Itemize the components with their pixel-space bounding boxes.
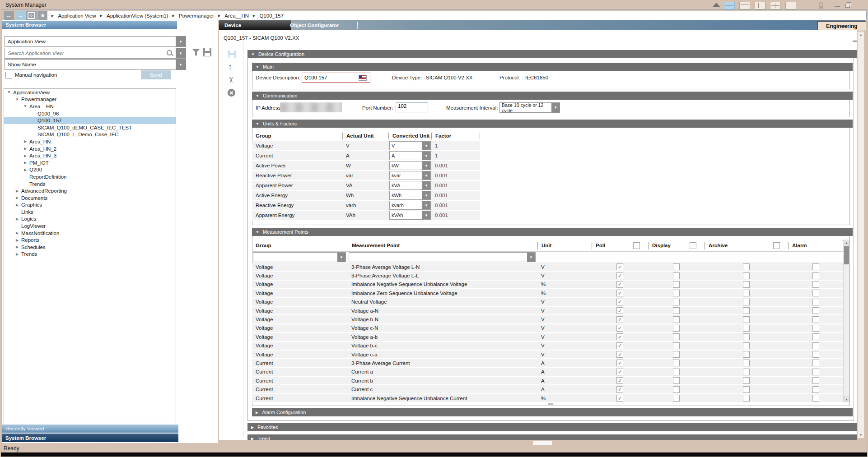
section-main[interactable]: ▼ Main xyxy=(252,63,853,71)
tree-item-Links[interactable]: Links xyxy=(4,208,176,216)
section-communication[interactable]: ▼ Communication xyxy=(252,92,853,100)
archive-checkbox[interactable] xyxy=(743,333,750,340)
table-row[interactable]: Current3-Phase Average CurrentA✓ xyxy=(252,359,844,368)
converted-unit-select[interactable]: kvarh▼ xyxy=(389,201,431,210)
poll-checkbox[interactable]: ✓ xyxy=(616,342,623,349)
alarm-checkbox[interactable] xyxy=(812,377,819,384)
display-checkbox[interactable] xyxy=(673,263,680,270)
tree-item-Q100_96[interactable]: Q100_96 xyxy=(4,110,176,117)
chevron-collapsed-icon[interactable]: ▶ xyxy=(23,168,28,172)
measurement-point-filter-select[interactable]: ▼ xyxy=(349,252,536,262)
tree-item-Area_HN_3[interactable]: ▶Area_HN_3 xyxy=(4,152,176,159)
tree-item-LogViewer[interactable]: LogViewer xyxy=(4,222,176,230)
tree-item-Logics[interactable]: ▶Logics xyxy=(4,216,176,223)
alarm-checkbox[interactable] xyxy=(812,281,819,288)
converted-unit-select[interactable]: V▼ xyxy=(389,141,431,150)
table-row[interactable]: VoltageVoltage a-bV✓ xyxy=(252,333,844,342)
archive-checkbox[interactable] xyxy=(743,369,750,375)
port-number-input[interactable] xyxy=(396,103,426,109)
minimize-button[interactable] xyxy=(835,6,840,7)
display-checkbox[interactable] xyxy=(673,281,680,288)
chevron-down-icon[interactable]: ▼ xyxy=(422,152,430,160)
archive-checkbox[interactable] xyxy=(743,360,750,366)
display-checkbox[interactable] xyxy=(673,342,680,349)
poll-checkbox[interactable]: ✓ xyxy=(616,307,623,314)
converted-unit-select[interactable]: kVA▼ xyxy=(389,181,431,190)
tree-item-Area__HN[interactable]: ▼Area__HN xyxy=(4,103,176,110)
tree-item-Graphics[interactable]: ▶Graphics xyxy=(4,202,176,209)
display-checkbox[interactable] xyxy=(673,360,680,366)
display-checkbox[interactable] xyxy=(673,325,680,332)
poll-checkbox[interactable]: ✓ xyxy=(616,316,623,323)
poll-checkbox[interactable]: ✓ xyxy=(616,351,623,358)
chevron-down-icon[interactable]: ▼ xyxy=(176,60,186,69)
poll-checkbox[interactable]: ✓ xyxy=(616,290,623,296)
tab-object-configurator[interactable]: Object Configurator xyxy=(285,20,359,30)
section-alarm-configuration[interactable]: ▶ Alarm Configuration xyxy=(252,408,853,416)
archive-checkbox[interactable] xyxy=(743,290,750,296)
tree-item-Trends[interactable]: ▶Trends xyxy=(4,251,176,258)
tree-item-PM_IOT[interactable]: ▶PM_IOT xyxy=(4,159,176,166)
cut-icon[interactable]: ✂ xyxy=(227,77,235,83)
poll-checkbox[interactable]: ✓ xyxy=(616,369,623,375)
system-browser-bar[interactable]: System Browser xyxy=(2,434,178,442)
chevron-down-icon[interactable]: ▼ xyxy=(176,37,186,46)
scroll-up-icon[interactable]: ▲ xyxy=(858,32,864,38)
archive-checkbox[interactable] xyxy=(743,281,750,288)
poll-checkbox[interactable]: ✓ xyxy=(616,395,623,402)
chevron-collapsed-icon[interactable]: ▶ xyxy=(14,245,20,249)
poll-checkbox[interactable]: ✓ xyxy=(616,386,623,393)
breadcrumb[interactable]: ▶Application View▶ApplicationView (Syste… xyxy=(47,11,867,20)
send-button[interactable]: Send xyxy=(141,70,171,79)
tree-item-Area_HN[interactable]: ▶Area_HN xyxy=(4,138,176,145)
alarm-checkbox[interactable] xyxy=(812,263,819,270)
layout-vertical-split-icon[interactable] xyxy=(755,2,765,9)
breadcrumb-item[interactable]: Application View xyxy=(58,13,96,18)
archive-checkbox[interactable] xyxy=(743,307,750,314)
display-checkbox[interactable] xyxy=(673,386,680,393)
alarm-checkbox[interactable] xyxy=(812,333,819,340)
chevron-expanded-icon[interactable]: ▼ xyxy=(14,97,20,102)
tree-item-Q100_157[interactable]: Q100_157 xyxy=(4,117,176,124)
display-checkbox[interactable] xyxy=(673,272,680,279)
tree-item-ApplicationView[interactable]: ▼ApplicationView xyxy=(4,89,176,96)
tree-item-ReportDefinition[interactable]: ReportDefinition xyxy=(4,173,176,180)
poll-checkbox[interactable]: ✓ xyxy=(616,263,623,270)
poll-checkbox[interactable]: ✓ xyxy=(616,299,623,305)
ip-address-field-redacted[interactable] xyxy=(280,102,342,112)
horizontal-scrollbar-thumb[interactable] xyxy=(533,441,552,445)
alarm-checkbox[interactable] xyxy=(812,351,819,358)
scrollbar-thumb[interactable] xyxy=(844,246,849,264)
archive-checkbox[interactable] xyxy=(743,299,750,305)
chevron-collapsed-icon[interactable]: ▶ xyxy=(14,238,20,242)
tree-item-Powermanager[interactable]: ▼Powermanager xyxy=(4,96,176,103)
tab-device[interactable]: Device xyxy=(219,20,291,30)
table-row[interactable]: VoltageVoltage c-aV✓ xyxy=(252,351,844,359)
display-checkbox[interactable] xyxy=(673,351,680,358)
table-row[interactable]: CurrentImbalance Negative Sequence Unbal… xyxy=(252,394,844,403)
mp-header-checkbox-poll[interactable] xyxy=(633,242,640,249)
lock-icon[interactable] xyxy=(818,2,824,8)
favorites-button[interactable]: ★ xyxy=(37,11,48,20)
table-row[interactable]: Voltage3-Phase Average Voltage L-NV✓ xyxy=(252,263,844,272)
chevron-down-icon[interactable]: ▼ xyxy=(422,181,430,189)
main-scrollbar[interactable]: ▲ ▼ xyxy=(858,32,864,438)
alarm-checkbox[interactable] xyxy=(812,290,819,296)
chevron-collapsed-icon[interactable]: ▶ xyxy=(14,196,20,200)
breadcrumb-item[interactable]: Area__HN xyxy=(224,13,249,18)
chevron-collapsed-icon[interactable]: ▶ xyxy=(14,217,20,221)
section-measurement-points[interactable]: ▼ Measurement Points xyxy=(252,228,853,236)
archive-checkbox[interactable] xyxy=(743,272,750,279)
chevron-collapsed-icon[interactable]: ▶ xyxy=(14,203,20,207)
tree-item-Q200[interactable]: ▶Q200 xyxy=(4,166,176,174)
display-checkbox[interactable] xyxy=(673,316,680,323)
archive-checkbox[interactable] xyxy=(743,263,750,270)
filter-icon[interactable] xyxy=(192,49,200,57)
tree-item-SICAM_Q100_dEMO_CASE_IEC_TEST[interactable]: SICAM_Q100_dEMO_CASE_IEC_TEST xyxy=(4,124,176,131)
search-input[interactable] xyxy=(5,50,167,56)
layout-horizontal-split-icon[interactable] xyxy=(739,2,750,9)
device-description-field[interactable] xyxy=(302,73,370,83)
archive-checkbox[interactable] xyxy=(743,386,750,393)
chevron-down-icon[interactable]: ▼ xyxy=(527,253,535,262)
poll-checkbox[interactable]: ✓ xyxy=(616,377,623,384)
